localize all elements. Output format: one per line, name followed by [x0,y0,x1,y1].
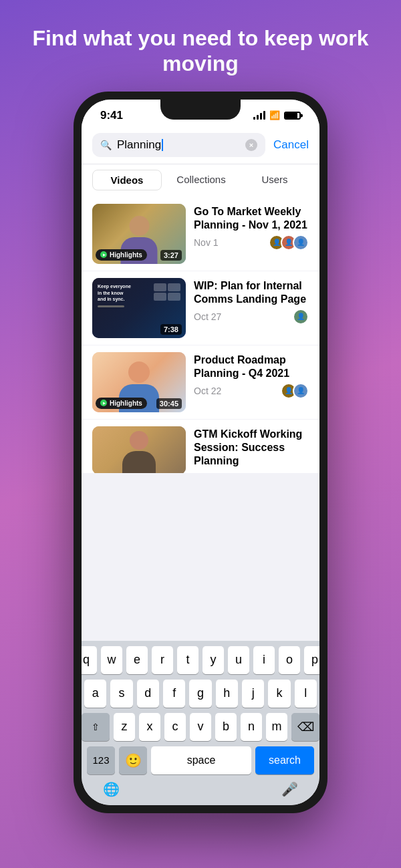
key-o[interactable]: o [279,646,300,674]
header-section: Find what you need to keep work moving [0,0,401,92]
key-e[interactable]: e [126,646,148,674]
result-meta-3: Oct 22 👤 👤 [194,383,309,399]
keyboard-row-3: ⇧ z x c v b n m ⌫ [84,713,317,741]
signal-icon [253,112,265,120]
avatar: 👤 [293,235,309,251]
keyboard-row-1: q w e r t y u i o p [84,646,317,674]
tabs-bar: Videos Collections Users [82,164,319,197]
result-title-1: Go To Market Weekly Planning - Nov 1, 20… [194,205,309,232]
key-s[interactable]: s [110,680,132,708]
delete-key[interactable]: ⌫ [291,713,319,741]
avatars-3: 👤 👤 [281,383,309,399]
search-icon: 🔍 [100,140,112,150]
home-indicator-row: 🌐 🎤 [84,778,317,803]
clear-button[interactable]: × [245,139,257,151]
avatars-2: 👤 [293,309,309,325]
search-input[interactable]: Planning [117,138,240,152]
header-title: Find what you need to keep work moving [27,25,374,77]
key-j[interactable]: j [242,680,264,708]
duration-2: 7:38 [160,324,182,335]
thumbnail-1: Highlights 3:27 [92,204,186,264]
globe-icon[interactable]: 🌐 [103,781,120,797]
status-time: 9:41 [100,109,123,122]
result-item[interactable]: Keep everyonein the knowand in sync. 7:3… [82,271,319,345]
key-v[interactable]: v [190,713,211,741]
highlights-badge-1: Highlights [96,249,147,261]
wifi-icon: 📶 [269,110,280,120]
key-r[interactable]: r [152,646,173,674]
thumbnail-3: Highlights 30:45 [92,352,186,412]
key-k[interactable]: k [268,680,290,708]
space-key[interactable]: space [151,746,251,774]
search-input-wrapper[interactable]: 🔍 Planning × [92,133,265,157]
search-area: 🔍 Planning × Cancel [82,126,319,164]
result-info-2: WIP: Plan for Internal Comms Landing Pag… [194,278,309,325]
tab-users[interactable]: Users [241,170,309,190]
search-key[interactable]: search [255,746,314,774]
key-z[interactable]: z [114,713,135,741]
key-c[interactable]: c [164,713,186,741]
results-list: Highlights 3:27 Go To Market Weekly Plan… [82,197,319,641]
result-date-1: Nov 1 [194,237,219,248]
result-info-3: Product Roadmap Planning - Q4 2021 Oct 2… [194,352,309,399]
phone-shell: 9:41 📶 🔍 Planning [74,92,327,813]
key-b[interactable]: b [215,713,237,741]
result-meta-2: Oct 27 👤 [194,309,309,325]
tab-videos[interactable]: Videos [92,170,162,190]
result-item[interactable]: Highlights 30:45 Product Roadmap Plannin… [82,345,319,419]
result-meta-1: Nov 1 👤 👤 👤 [194,235,309,251]
key-d[interactable]: d [137,680,159,708]
result-date-3: Oct 22 [194,386,221,396]
key-x[interactable]: x [139,713,160,741]
result-item[interactable]: GTM Kickoff Working Session: Success Pla… [82,420,319,473]
avatar: 👤 [293,383,309,399]
emoji-key[interactable]: 🙂 [119,746,147,774]
key-p[interactable]: p [304,646,319,674]
phone-screen: 9:41 📶 🔍 Planning [82,100,319,805]
key-f[interactable]: f [163,680,185,708]
thumbnail-4 [92,426,186,473]
cancel-button[interactable]: Cancel [273,138,309,152]
key-u[interactable]: u [228,646,249,674]
key-m[interactable]: m [266,713,287,741]
status-icons: 📶 [253,110,301,120]
key-g[interactable]: g [189,680,211,708]
key-w[interactable]: w [101,646,122,674]
avatars-1: 👤 👤 👤 [269,235,309,251]
result-title-3: Product Roadmap Planning - Q4 2021 [194,353,309,380]
result-title-2: WIP: Plan for Internal Comms Landing Pag… [194,279,309,306]
result-item[interactable]: Highlights 3:27 Go To Market Weekly Plan… [82,197,319,271]
duration-3: 30:45 [156,398,182,409]
key-n[interactable]: n [241,713,262,741]
num-key[interactable]: 123 [87,746,115,774]
result-title-4: GTM Kickoff Working Session: Success Pla… [194,428,309,468]
result-info-1: Go To Market Weekly Planning - Nov 1, 20… [194,204,309,251]
thumbnail-2: Keep everyonein the knowand in sync. 7:3… [92,278,186,338]
key-h[interactable]: h [216,680,238,708]
result-info-4: GTM Kickoff Working Session: Success Pla… [194,426,309,468]
keyboard-row-2: a s d f g h j k l [84,680,317,708]
key-l[interactable]: l [295,680,317,708]
keyboard-bottom-row: 123 🙂 space search [84,746,317,774]
tab-collections[interactable]: Collections [167,170,235,190]
key-y[interactable]: y [203,646,224,674]
notch [160,100,241,120]
battery-icon [284,112,301,120]
mic-icon[interactable]: 🎤 [281,781,298,797]
key-i[interactable]: i [253,646,275,674]
avatar: 👤 [293,309,309,325]
highlights-badge-3: Highlights [96,398,147,409]
key-a[interactable]: a [84,680,106,708]
duration-1: 3:27 [160,250,182,261]
shift-key[interactable]: ⇧ [82,713,110,741]
result-date-2: Oct 27 [194,311,221,322]
key-q[interactable]: q [82,646,97,674]
key-t[interactable]: t [177,646,198,674]
keyboard: q w e r t y u i o p a s d f g h j k [82,641,319,805]
